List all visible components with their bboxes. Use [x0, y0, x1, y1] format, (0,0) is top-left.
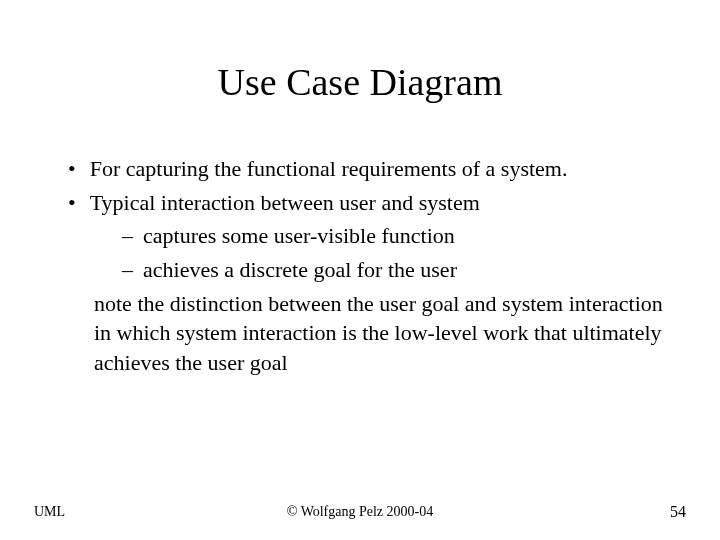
bullet-marker: • [68, 188, 76, 218]
note-text: note the distinction between the user go… [94, 289, 670, 378]
bullet-item: • Typical interaction between user and s… [50, 188, 670, 218]
sub-bullet-marker: – [122, 255, 133, 285]
slide-title: Use Case Diagram [50, 60, 670, 104]
sub-bullet-item: – captures some user-visible function [50, 221, 670, 251]
sub-bullet-text: captures some user-visible function [143, 221, 670, 251]
footer-page-number: 54 [670, 503, 686, 521]
bullet-item: • For capturing the functional requireme… [50, 154, 670, 184]
slide-container: Use Case Diagram • For capturing the fun… [0, 0, 720, 540]
slide-content: • For capturing the functional requireme… [50, 154, 670, 378]
footer-left: UML [34, 504, 65, 520]
sub-bullet-marker: – [122, 221, 133, 251]
sub-bullet-item: – achieves a discrete goal for the user [50, 255, 670, 285]
sub-bullet-text: achieves a discrete goal for the user [143, 255, 670, 285]
footer-center: © Wolfgang Pelz 2000-04 [287, 504, 434, 520]
bullet-marker: • [68, 154, 76, 184]
bullet-text: For capturing the functional requirement… [90, 154, 670, 184]
bullet-text: Typical interaction between user and sys… [90, 188, 670, 218]
